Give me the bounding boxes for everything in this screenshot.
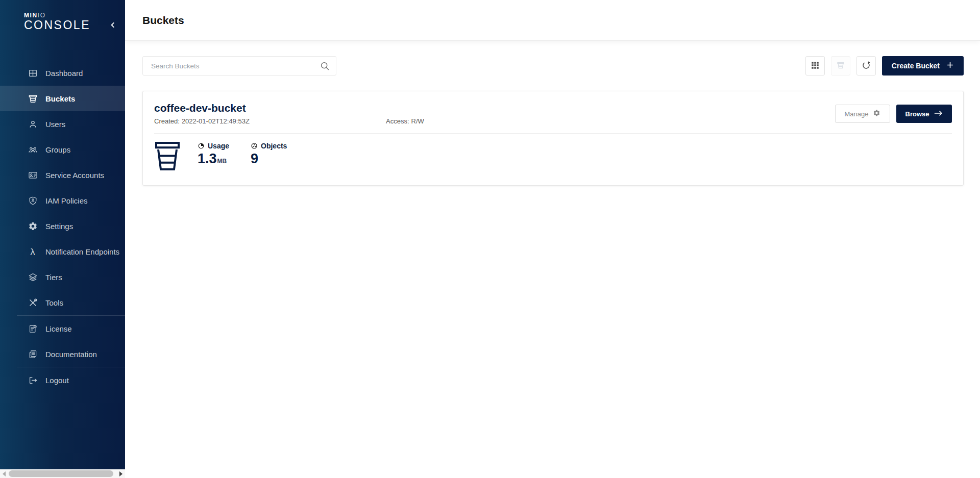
sidebar-item-label: Documentation: [45, 350, 97, 359]
browse-label: Browse: [905, 110, 929, 118]
usage-label: Usage: [208, 142, 229, 150]
triangle-right-icon: [119, 471, 122, 476]
gear-icon: [873, 109, 880, 118]
sidebar-collapse-button[interactable]: [107, 19, 119, 32]
bucket-list-view-icon: [836, 61, 845, 71]
bucket-icon: [154, 140, 181, 174]
content: Create Bucket coffee-dev-bucket Created:: [125, 41, 980, 186]
sidebar-horizontal-scrollbar[interactable]: [0, 469, 125, 478]
search-input[interactable]: [143, 57, 336, 75]
sidebar-item-documentation[interactable]: Documentation: [0, 341, 125, 367]
sidebar-item-buckets[interactable]: Buckets: [0, 86, 125, 111]
grid-view-button[interactable]: [805, 56, 825, 76]
sidebar-item-label: Groups: [45, 145, 70, 154]
usage-unit: MB: [217, 158, 227, 165]
sidebar-item-label: Notification Endpoints: [45, 247, 119, 256]
bucket-created: Created: 2022-01-02T12:49:53Z: [154, 117, 386, 125]
plus-icon: [946, 61, 954, 70]
dashboard-icon: [28, 68, 38, 78]
sidebar-item-label: Service Accounts: [45, 171, 104, 180]
sidebar-item-groups[interactable]: Groups: [0, 137, 125, 162]
sidebar-item-label: License: [45, 324, 72, 333]
sidebar-item-label: Settings: [45, 222, 73, 231]
sidebar-item-service-accounts[interactable]: Service Accounts: [0, 162, 125, 188]
layers-icon: [28, 272, 38, 282]
sidebar-item-logout[interactable]: Logout: [0, 367, 125, 393]
create-bucket-label: Create Bucket: [892, 62, 940, 70]
sidebar-item-dashboard[interactable]: Dashboard: [0, 60, 125, 86]
triangle-left-icon: [3, 471, 6, 476]
bucket-access: Access: R/W: [386, 117, 424, 125]
access-value: R/W: [411, 117, 424, 125]
tools-icon: [28, 297, 38, 308]
groups-icon: [28, 144, 38, 155]
sidebar-item-label: Tools: [45, 298, 63, 307]
metrics: Usage 1.3MB Objects 9: [198, 140, 287, 174]
browse-button[interactable]: Browse: [896, 105, 952, 123]
page-header: Buckets: [125, 0, 980, 41]
brand-name: MINIO: [24, 12, 125, 18]
scrollbar-right-arrow[interactable]: [117, 469, 125, 478]
usage-metric-label-row: Usage: [198, 142, 229, 150]
main-area: Buckets: [125, 0, 980, 478]
create-bucket-button[interactable]: Create Bucket: [882, 56, 964, 76]
sidebar-item-settings[interactable]: Settings: [0, 213, 125, 239]
refresh-button[interactable]: [856, 56, 876, 76]
objects-value: 9: [251, 151, 287, 166]
bucket-card-header: coffee-dev-bucket Created: 2022-01-02T12…: [154, 102, 952, 125]
gear-icon: [28, 221, 38, 231]
bucket-info: coffee-dev-bucket Created: 2022-01-02T12…: [154, 102, 424, 125]
license-icon: [28, 323, 38, 334]
sidebar-item-label: Users: [45, 120, 65, 129]
manage-button[interactable]: Manage: [835, 105, 890, 123]
sidebar-item-tools[interactable]: Tools: [0, 290, 125, 315]
sidebar-item-label: Buckets: [45, 94, 75, 103]
usage-metric: Usage 1.3MB: [198, 140, 229, 174]
objects-icon: [251, 142, 258, 149]
scrollbar-left-arrow[interactable]: [0, 469, 8, 478]
bucket-meta: Created: 2022-01-02T12:49:53Z Access: R/…: [154, 117, 424, 125]
lambda-icon: λ: [28, 246, 38, 257]
arrow-right-icon: [934, 110, 943, 118]
sidebar-item-notification-endpoints[interactable]: λ Notification Endpoints: [0, 239, 125, 264]
grid-view-icon: [811, 61, 820, 71]
sidebar-item-label: IAM Policies: [45, 196, 88, 205]
bucket-card: coffee-dev-bucket Created: 2022-01-02T12…: [142, 91, 964, 186]
bucket-metrics-row: Usage 1.3MB Objects 9: [154, 134, 952, 174]
shield-person-icon: [28, 195, 38, 206]
manage-label: Manage: [845, 110, 869, 118]
page-title: Buckets: [142, 14, 184, 27]
id-card-icon: [28, 170, 38, 180]
sidebar: MINIO CONSOLE Dashboard Buckets: [0, 0, 125, 469]
usage-number: 1.3: [198, 151, 217, 166]
pie-chart-icon: [198, 142, 205, 149]
list-view-button[interactable]: [831, 56, 850, 76]
sidebar-item-label: Logout: [45, 376, 69, 385]
bucket-card-buttons: Manage Browse: [835, 105, 952, 125]
usage-value: 1.3MB: [198, 151, 229, 169]
brand-name-light: IO: [38, 12, 46, 19]
minio-console-app: MINIO CONSOLE Dashboard Buckets: [0, 0, 980, 478]
toolbar: Create Bucket: [142, 56, 964, 76]
book-icon: [28, 349, 38, 359]
sidebar-item-tiers[interactable]: Tiers: [0, 264, 125, 290]
sidebar-item-label: Tiers: [45, 273, 62, 282]
search-icon: [320, 61, 330, 73]
objects-label: Objects: [261, 142, 287, 150]
bucket-name[interactable]: coffee-dev-bucket: [154, 102, 424, 115]
objects-metric-label-row: Objects: [251, 142, 287, 150]
sidebar-item-users[interactable]: Users: [0, 111, 125, 137]
sidebar-nav: Dashboard Buckets Users Groups: [0, 60, 125, 393]
toolbar-actions: Create Bucket: [805, 56, 964, 76]
objects-metric: Objects 9: [251, 140, 287, 174]
sidebar-item-label: Dashboard: [45, 69, 83, 78]
brand-name-bold: MIN: [24, 12, 38, 19]
refresh-icon: [861, 60, 871, 72]
user-icon: [28, 119, 38, 129]
scrollbar-thumb[interactable]: [9, 470, 113, 477]
sidebar-item-iam-policies[interactable]: IAM Policies: [0, 188, 125, 213]
chevron-left-icon: [109, 21, 116, 30]
created-value: 2022-01-02T12:49:53Z: [182, 117, 250, 125]
created-label: Created:: [154, 117, 180, 125]
sidebar-item-license[interactable]: License: [0, 316, 125, 341]
